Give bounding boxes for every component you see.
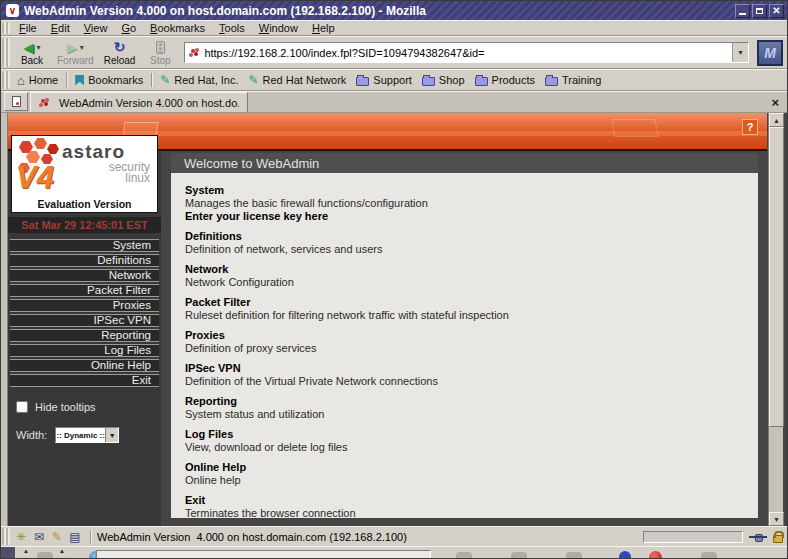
section-title: IPSec VPN bbox=[185, 362, 744, 375]
url-dropdown-button[interactable]: ▾ bbox=[732, 43, 748, 62]
section-packet-filter: Packet Filter Ruleset definition for fil… bbox=[185, 296, 744, 322]
tagline-line: linux bbox=[109, 173, 150, 184]
address-book-icon[interactable]: ▤ bbox=[66, 531, 84, 543]
sidebar-splitter[interactable] bbox=[1, 113, 8, 526]
menu-view[interactable]: View bbox=[77, 21, 115, 35]
panel-arrow-icon[interactable]: ▲ bbox=[59, 548, 65, 554]
sidebar-item-log-files[interactable]: Log Files bbox=[10, 344, 159, 357]
section-title: Proxies bbox=[185, 329, 744, 342]
sidebar-item-network[interactable]: Network bbox=[10, 269, 159, 282]
taskbar-icon[interactable] bbox=[649, 551, 662, 559]
section-desc: Network Configuration bbox=[185, 276, 744, 289]
reload-icon: ↻ bbox=[114, 40, 126, 54]
online-status-icon[interactable] bbox=[749, 532, 767, 542]
bookmark-shop[interactable]: Shop bbox=[417, 74, 470, 86]
menu-tools[interactable]: Tools bbox=[212, 21, 252, 35]
taskbar-window-button[interactable] bbox=[96, 550, 431, 559]
chevron-down-icon: ▼ bbox=[773, 516, 780, 523]
secure-lock-icon[interactable] bbox=[773, 535, 783, 543]
section-title: Online Help bbox=[185, 461, 744, 474]
taskbar-launcher[interactable] bbox=[37, 552, 53, 559]
hide-tooltips-row: Hide tooltips bbox=[16, 401, 96, 413]
vertical-scrollbar[interactable]: ▲ ▼ bbox=[768, 113, 783, 526]
bookmark-redhat-network[interactable]: ✎ Red Hat Network bbox=[244, 74, 352, 86]
taskbar-launcher[interactable] bbox=[511, 552, 527, 559]
bookmarks-button[interactable]: Bookmarks bbox=[70, 74, 148, 86]
forward-button[interactable]: ▶ ▾ Forward bbox=[53, 39, 98, 67]
mozilla-logo-button[interactable]: M bbox=[757, 40, 783, 66]
scroll-down-button[interactable]: ▼ bbox=[769, 512, 784, 526]
edition-label: Evaluation Version bbox=[12, 198, 157, 210]
site-favicon bbox=[189, 48, 199, 58]
minimize-button[interactable] bbox=[735, 4, 750, 18]
home-button[interactable]: ⌂ Home bbox=[12, 74, 63, 87]
width-row: Width: :: Dynamic :: ▼ bbox=[16, 427, 119, 443]
bookmark-training[interactable]: Training bbox=[540, 74, 606, 86]
toolbar-grip[interactable] bbox=[2, 38, 10, 67]
width-select[interactable]: :: Dynamic :: ▼ bbox=[55, 427, 119, 443]
composer-icon[interactable]: ✎ bbox=[48, 531, 66, 543]
menu-bar: File Edit View Go Bookmarks Tools Window… bbox=[1, 20, 787, 36]
sidebar-item-online-help[interactable]: Online Help bbox=[10, 359, 159, 372]
help-button[interactable]: ? bbox=[742, 119, 758, 135]
new-tab-button[interactable] bbox=[4, 92, 28, 111]
folder-icon bbox=[545, 77, 558, 86]
menu-edit[interactable]: Edit bbox=[44, 21, 77, 35]
url-input[interactable] bbox=[204, 47, 732, 59]
back-button[interactable]: ◀ ▾ Back bbox=[13, 39, 51, 67]
hide-tooltips-label: Hide tooltips bbox=[35, 401, 96, 413]
taskbar-launcher[interactable] bbox=[566, 552, 582, 559]
url-bar[interactable]: ▾ bbox=[184, 42, 749, 63]
menu-go[interactable]: Go bbox=[114, 21, 143, 35]
bookmark-redhat-inc[interactable]: ✎ Red Hat, Inc. bbox=[155, 74, 243, 86]
hexagon-icon bbox=[47, 144, 59, 154]
bookmark-label: Shop bbox=[439, 74, 465, 86]
section-desc: Manages the basic firewall functions/con… bbox=[185, 197, 744, 210]
toolbar-grip[interactable] bbox=[2, 22, 10, 34]
menu-help[interactable]: Help bbox=[305, 21, 342, 35]
maximize-button[interactable] bbox=[752, 4, 767, 18]
section-log-files: Log Files View, download or delete log f… bbox=[185, 428, 744, 454]
navigator-icon[interactable]: ✳ bbox=[12, 531, 30, 543]
menu-window[interactable]: Window bbox=[252, 21, 305, 35]
version-mark: V4 bbox=[16, 160, 54, 196]
sidebar-item-exit[interactable]: Exit bbox=[10, 374, 159, 387]
section-online-help: Online Help Online help bbox=[185, 461, 744, 487]
scroll-up-button[interactable]: ▲ bbox=[769, 113, 784, 127]
bookmark-support[interactable]: Support bbox=[351, 74, 417, 86]
taskbar-launcher[interactable] bbox=[701, 552, 717, 559]
tab-bar: WebAdmin Version 4.000 on host.do... × bbox=[1, 91, 787, 113]
hide-tooltips-checkbox[interactable] bbox=[16, 401, 28, 413]
mail-icon[interactable]: ✉ bbox=[30, 531, 48, 543]
taskbar-icon[interactable] bbox=[619, 551, 631, 559]
close-button[interactable]: ✕ bbox=[769, 4, 784, 18]
bookmark-products[interactable]: Products bbox=[470, 74, 540, 86]
sidebar-menu: System Definitions Network Packet Filter… bbox=[10, 239, 159, 389]
menu-file[interactable]: File bbox=[12, 21, 44, 35]
sidebar-item-reporting[interactable]: Reporting bbox=[10, 329, 159, 342]
back-dropdown-icon[interactable]: ▾ bbox=[36, 43, 40, 52]
personal-toolbar: ⌂ Home Bookmarks ✎ Red Hat, Inc. ✎ Red H… bbox=[1, 69, 787, 91]
license-key-link[interactable]: Enter your license key here bbox=[185, 210, 744, 223]
sidebar-item-proxies[interactable]: Proxies bbox=[10, 299, 159, 312]
taskbar-launcher[interactable] bbox=[456, 552, 472, 559]
tab-close-button[interactable]: × bbox=[771, 96, 779, 109]
sidebar-item-system[interactable]: System bbox=[10, 239, 159, 252]
forward-dropdown-icon[interactable]: ▾ bbox=[80, 43, 84, 52]
scrollbar-thumb[interactable] bbox=[769, 127, 784, 427]
reload-button[interactable]: ↻ Reload bbox=[100, 39, 140, 67]
back-label: Back bbox=[21, 55, 43, 66]
toolbar-grip[interactable] bbox=[2, 71, 10, 89]
sidebar-item-definitions[interactable]: Definitions bbox=[10, 254, 159, 267]
section-title: Exit bbox=[185, 494, 744, 507]
datetime-display: Sat Mar 29 12:45:01 EST bbox=[8, 217, 161, 233]
tab-webadmin[interactable]: WebAdmin Version 4.000 on host.do... bbox=[30, 92, 248, 112]
panel-arrow-icon[interactable]: ▲ bbox=[23, 548, 29, 554]
statusbar-separator bbox=[90, 530, 91, 544]
menu-bookmarks[interactable]: Bookmarks bbox=[143, 21, 212, 35]
toolbar-grip[interactable] bbox=[2, 528, 10, 545]
sidebar-item-packet-filter[interactable]: Packet Filter bbox=[10, 284, 159, 297]
sidebar-item-ipsec-vpn[interactable]: IPSec VPN bbox=[10, 314, 159, 327]
stop-button[interactable]: Stop bbox=[141, 39, 179, 67]
home-icon: ⌂ bbox=[17, 74, 25, 87]
